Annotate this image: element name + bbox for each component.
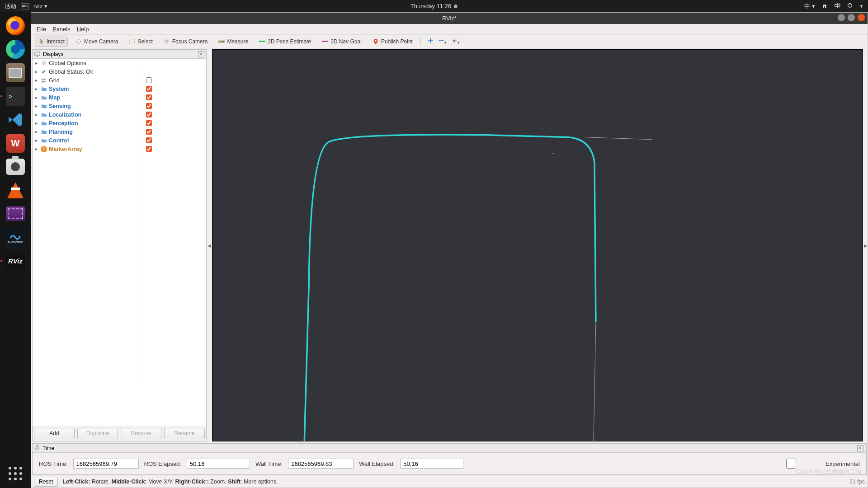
interact-icon xyxy=(38,38,44,45)
tree-item-localization[interactable]: ▸Localization xyxy=(33,110,143,119)
expand-arrow-icon[interactable]: ▸ xyxy=(35,86,39,91)
media-icon xyxy=(6,206,25,221)
dock-app-firefox[interactable] xyxy=(3,15,28,37)
power-icon[interactable] xyxy=(847,2,853,10)
duplicate-button[interactable]: Duplicate xyxy=(77,428,118,439)
dock-app-wps[interactable]: W xyxy=(3,132,28,154)
displays-panel-close-button[interactable]: × xyxy=(198,51,204,57)
autoware-icon: AutoWare xyxy=(6,228,25,247)
wps-icon: W xyxy=(6,134,25,153)
pose-estimate-icon xyxy=(259,41,265,42)
volume-icon[interactable] xyxy=(834,2,840,10)
expand-arrow-icon[interactable]: ▸ xyxy=(35,61,39,66)
grid-icon xyxy=(41,77,47,84)
remove-tool-button[interactable]: ▾ xyxy=(438,38,447,45)
expand-arrow-icon[interactable]: ▸ xyxy=(35,129,39,134)
tree-item-control[interactable]: ▸Control xyxy=(33,136,143,145)
expand-arrow-icon[interactable]: ▸ xyxy=(35,112,39,117)
dock-app-camera[interactable] xyxy=(3,156,28,178)
tool-measure[interactable]: Measure xyxy=(215,37,251,47)
expand-arrow-icon[interactable]: ▸ xyxy=(35,69,39,74)
clock-label[interactable]: Thursday 11:26 xyxy=(410,3,451,9)
visibility-checkbox[interactable] xyxy=(146,137,152,143)
time-panel-header[interactable]: Time × xyxy=(33,444,866,453)
tool-move-camera-label: Move Camera xyxy=(84,38,118,45)
experimental-checkbox[interactable] xyxy=(760,459,823,469)
visibility-checkbox[interactable] xyxy=(146,77,152,83)
tree-item-map[interactable]: ▸Map xyxy=(33,93,143,102)
tree-item-label: Perception xyxy=(49,120,78,127)
expand-arrow-icon[interactable]: ▸ xyxy=(35,146,39,151)
wall-elapsed-field[interactable] xyxy=(400,459,463,469)
expand-arrow-icon[interactable]: ▸ xyxy=(35,103,39,108)
visibility-checkbox[interactable] xyxy=(146,112,152,117)
ros-time-field[interactable] xyxy=(73,459,139,469)
wall-time-field[interactable] xyxy=(288,459,354,469)
app-indicator-icon[interactable]: RViz xyxy=(21,3,29,9)
tool-publish-point[interactable]: Publish Point xyxy=(369,37,416,47)
left-collapse-handle[interactable]: ◀ xyxy=(208,48,211,442)
toolbar: Interact Move Camera Select Focus Camera… xyxy=(31,35,868,48)
window-titlebar[interactable]: RViz* xyxy=(31,13,868,24)
remove-button[interactable]: Remove xyxy=(121,428,161,439)
window-close-button[interactable] xyxy=(858,14,865,21)
tree-item-label: Map xyxy=(49,94,60,101)
time-panel-close-button[interactable]: × xyxy=(857,445,863,451)
3d-view[interactable] xyxy=(212,49,863,441)
tree-item-global-options[interactable]: ▸Global Options xyxy=(33,59,143,67)
right-collapse-handle[interactable]: ▶ xyxy=(864,48,868,442)
tool-properties-button[interactable]: ▾ xyxy=(451,38,460,45)
ime-indicator[interactable]: 中 ▾ xyxy=(804,2,815,10)
visibility-checkbox[interactable] xyxy=(146,103,152,109)
tool-move-camera[interactable]: Move Camera xyxy=(72,37,121,47)
show-applications-button[interactable] xyxy=(6,465,24,483)
tree-item-markerarray[interactable]: ▸!MarkerArray xyxy=(33,145,143,153)
expand-arrow-icon[interactable]: ▸ xyxy=(35,138,39,143)
dock-app-vscode[interactable] xyxy=(3,109,28,131)
tree-item-sensing[interactable]: ▸Sensing xyxy=(33,102,143,110)
app-indicator-label[interactable]: rviz ▾ xyxy=(33,3,47,9)
dock-app-media[interactable] xyxy=(3,203,28,225)
expand-arrow-icon[interactable]: ▸ xyxy=(35,121,39,126)
tool-2d-nav-goal[interactable]: 2D Nav Goal xyxy=(319,37,365,47)
dock-app-vlc[interactable] xyxy=(3,179,28,201)
expand-arrow-icon[interactable]: ▸ xyxy=(35,95,39,100)
add-tool-button[interactable] xyxy=(427,38,434,45)
tree-item-system[interactable]: ▸System xyxy=(33,84,143,93)
dock-app-files[interactable] xyxy=(3,62,28,84)
visibility-checkbox[interactable] xyxy=(146,120,152,126)
visibility-checkbox[interactable] xyxy=(146,86,152,92)
dock-app-rviz[interactable]: RViz xyxy=(3,250,28,272)
ros-elapsed-field[interactable] xyxy=(187,459,250,469)
dock-app-autoware[interactable]: AutoWare xyxy=(3,226,28,248)
tree-item-perception[interactable]: ▸Perception xyxy=(33,119,143,127)
rename-button[interactable]: Rename xyxy=(164,428,205,439)
network-icon[interactable] xyxy=(821,2,828,10)
displays-tree[interactable]: ▸Global Options▸✔Global Status: Ok▸Grid▸… xyxy=(33,59,143,387)
expand-arrow-icon[interactable]: ▸ xyxy=(35,78,39,83)
tree-item-global-status-ok[interactable]: ▸✔Global Status: Ok xyxy=(33,67,143,76)
tool-2d-pose-estimate[interactable]: 2D Pose Estimate xyxy=(256,37,314,47)
dock-app-terminal[interactable]: >_ xyxy=(3,85,28,107)
tool-interact[interactable]: Interact xyxy=(35,37,68,47)
visibility-checkbox[interactable] xyxy=(146,94,152,100)
window-minimize-button[interactable] xyxy=(838,14,845,21)
window-maximize-button[interactable] xyxy=(848,14,855,21)
tree-item-planning[interactable]: ▸Planning xyxy=(33,127,143,136)
visibility-checkbox[interactable] xyxy=(146,129,152,135)
dock-app-edge[interactable] xyxy=(3,38,28,60)
displays-panel-header[interactable]: Displays × xyxy=(33,50,206,59)
activities-button[interactable]: 活动 xyxy=(5,2,16,10)
tree-item-label: Global Options xyxy=(49,60,86,66)
menu-help[interactable]: Help xyxy=(77,26,89,33)
add-button[interactable]: Add xyxy=(34,428,75,439)
menu-panels[interactable]: Panels xyxy=(52,26,71,33)
menu-file[interactable]: File xyxy=(37,26,46,33)
recording-indicator-icon xyxy=(454,5,458,8)
reset-button[interactable]: Reset xyxy=(34,477,58,487)
system-menu-chevron-icon[interactable]: ▼ xyxy=(859,4,863,9)
tool-focus-camera[interactable]: Focus Camera xyxy=(160,37,211,47)
visibility-checkbox[interactable] xyxy=(146,146,152,152)
tree-item-grid[interactable]: ▸Grid xyxy=(33,76,143,84)
tool-select[interactable]: Select xyxy=(126,37,156,47)
